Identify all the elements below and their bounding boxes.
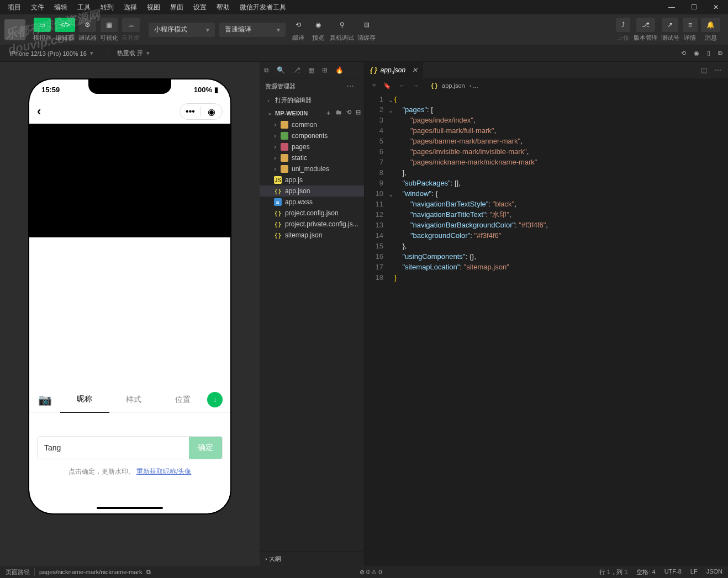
folder-components[interactable]: components <box>260 130 364 141</box>
record-icon[interactable]: ◉ <box>694 50 699 57</box>
back-icon[interactable]: ‹ <box>37 104 41 119</box>
menu-help[interactable]: 帮助 <box>212 1 234 14</box>
simulator-pane: 15:59 100% ▮ ‹ ••• ◉ 📷 昵称 样式 位置 <box>0 62 260 566</box>
testno-button[interactable]: ↗ <box>662 18 678 32</box>
capsule-close-icon[interactable]: ◉ <box>201 107 222 117</box>
page-path[interactable]: pages/nickname-mark/nickname-mark <box>39 569 142 575</box>
simulator-button[interactable]: ▭ <box>34 18 51 32</box>
tab-style[interactable]: 样式 <box>109 387 159 412</box>
close-button[interactable]: ✕ <box>707 1 725 14</box>
ext-icon[interactable]: ▦ <box>308 66 314 74</box>
copy-path-icon[interactable]: ⧉ <box>146 569 151 576</box>
opened-editors[interactable]: 打开的编辑器 <box>275 96 312 104</box>
hot-reload-select[interactable]: 热重载 开▾ <box>113 48 154 59</box>
tab-position[interactable]: 位置 <box>158 387 207 412</box>
copy-icon[interactable]: ⧉ <box>718 50 722 57</box>
compile-button[interactable]: ⟲ <box>290 18 307 32</box>
code-editor[interactable]: 1⌄2⌄3456789 10⌄1112131415161718 { "pages… <box>365 93 728 566</box>
phone-frame: 15:59 100% ▮ ‹ ••• ◉ 📷 昵称 样式 位置 <box>28 78 231 515</box>
outline-section[interactable]: › 大纲 <box>260 552 364 566</box>
files-icon[interactable]: ⧉ <box>264 66 269 74</box>
capsule-menu-icon[interactable]: ••• <box>180 107 201 116</box>
menu-view[interactable]: 视图 <box>143 1 165 14</box>
compile-mode-select[interactable]: 普通编译▾ <box>219 23 286 37</box>
cache-label: 清缓存 <box>357 34 376 42</box>
confirm-button[interactable]: 确定 <box>189 437 222 459</box>
pkg-icon[interactable]: ⊞ <box>322 66 328 74</box>
menu-project[interactable]: 项目 <box>3 1 25 14</box>
bottom-panel: 📷 昵称 样式 位置 ↓ 确定 点击确定，更新水印。 重新获取昵称/头像 <box>29 386 230 513</box>
refresh-tree-icon[interactable]: ⟲ <box>346 109 351 117</box>
device-select[interactable]: iPhone 12/13 (Pro) 100% 16▾ <box>6 49 98 58</box>
cursor-pos[interactable]: 行 1，列 1 <box>599 568 627 576</box>
mode-select[interactable]: 小程序模式▾ <box>149 23 215 37</box>
preview-button[interactable]: ◉ <box>310 18 326 32</box>
file-app-json[interactable]: { }app.json <box>260 185 364 197</box>
menu-edit[interactable]: 编辑 <box>50 1 72 14</box>
explorer-more-icon[interactable]: ⋯ <box>346 82 358 91</box>
menu-select[interactable]: 选择 <box>119 1 141 14</box>
toolbar: ▭模拟器 </>编辑器 ⚙调试器 ▦可视化 ☁云开发 小程序模式▾ 普通编译▾ … <box>0 14 728 45</box>
minimize-button[interactable]: — <box>663 1 680 14</box>
menu-wechat[interactable]: 微信开发者工具 <box>235 1 291 14</box>
version-button[interactable]: ⎇ <box>636 18 655 32</box>
remote-label: 真机调试 <box>330 34 354 42</box>
breadcrumb-file[interactable]: app.json <box>442 82 465 89</box>
menu-settings[interactable]: 设置 <box>189 1 211 14</box>
visual-button[interactable]: ▦ <box>101 18 118 32</box>
back-nav-icon[interactable]: ← <box>399 82 405 89</box>
editor-button[interactable]: </> <box>55 18 75 32</box>
list-icon[interactable]: ≡ <box>372 82 376 89</box>
fwd-nav-icon[interactable]: → <box>413 82 419 89</box>
refetch-link[interactable]: 重新获取昵称/头像 <box>136 468 191 475</box>
clear-cache-button[interactable]: ⊟ <box>358 18 375 32</box>
maximize-button[interactable]: ☐ <box>685 1 703 14</box>
file-tab[interactable]: { } app.json ✕ <box>365 62 423 78</box>
file-app-js[interactable]: JSapp.js <box>260 174 364 185</box>
file-app-wxss[interactable]: ≡app.wxss <box>260 197 364 208</box>
editor-pane: { } app.json ✕ ◫ ⋯ ≡ 🔖 ← → { } app.json … <box>365 62 728 566</box>
more-icon[interactable]: ⋯ <box>715 66 721 74</box>
cloud-button[interactable]: ☁ <box>122 18 140 32</box>
nickname-input[interactable] <box>38 437 189 459</box>
debugger-button[interactable]: ⚙ <box>79 18 96 32</box>
menu-ui[interactable]: 界面 <box>166 1 188 14</box>
new-folder-icon[interactable]: 🖿 <box>336 109 342 117</box>
folder-uni-modules[interactable]: uni_modules <box>260 163 364 174</box>
branch-icon[interactable]: ⎇ <box>293 66 300 74</box>
status-battery: 100% <box>194 86 212 94</box>
tab-nickname[interactable]: 昵称 <box>60 386 109 413</box>
fire-icon[interactable]: 🔥 <box>335 66 344 74</box>
close-tab-icon[interactable]: ✕ <box>412 66 418 74</box>
split-icon[interactable]: ◫ <box>701 66 707 74</box>
encoding-status[interactable]: UTF-8 <box>664 568 682 576</box>
file-sitemap[interactable]: { }sitemap.json <box>260 230 364 241</box>
file-project-config[interactable]: { }project.config.json <box>260 208 364 219</box>
indent-status[interactable]: 空格: 4 <box>636 568 655 576</box>
search-icon[interactable]: 🔍 <box>277 66 285 74</box>
download-button[interactable]: ↓ <box>207 392 223 407</box>
folder-common[interactable]: common <box>260 119 364 130</box>
menu-file[interactable]: 文件 <box>27 1 49 14</box>
message-button[interactable]: 🔔 <box>701 18 720 32</box>
folder-static[interactable]: static <box>260 152 364 163</box>
errwarn-status[interactable]: ⊘ 0 ⚠ 0 <box>360 569 382 576</box>
refresh-icon[interactable]: ⟲ <box>681 50 686 57</box>
eol-status[interactable]: LF <box>690 568 698 576</box>
detail-button[interactable]: ≡ <box>683 18 698 32</box>
phone-icon[interactable]: ▯ <box>707 50 710 57</box>
remote-debug-button[interactable]: ⚲ <box>334 18 350 32</box>
bookmark-icon[interactable]: 🔖 <box>383 82 391 89</box>
lang-status[interactable]: JSON <box>706 568 722 576</box>
project-name[interactable]: MP-WEIXIN <box>275 110 308 116</box>
collapse-icon[interactable]: ⊟ <box>356 109 361 117</box>
upload-button[interactable]: ⤴ <box>616 18 630 32</box>
explorer: ⧉ 🔍 ⎇ ▦ ⊞ 🔥 资源管理器 ⋯ ›打开的编辑器 ⌄MP-WEIXIN ＋… <box>260 62 365 566</box>
menu-goto[interactable]: 转到 <box>96 1 118 14</box>
new-file-icon[interactable]: ＋ <box>325 109 331 117</box>
folder-pages[interactable]: pages <box>260 141 364 152</box>
avatar[interactable] <box>4 19 25 40</box>
camera-icon[interactable]: 📷 <box>29 393 60 406</box>
file-project-private[interactable]: { }project.private.config.js... <box>260 219 364 230</box>
menu-tool[interactable]: 工具 <box>73 1 95 14</box>
